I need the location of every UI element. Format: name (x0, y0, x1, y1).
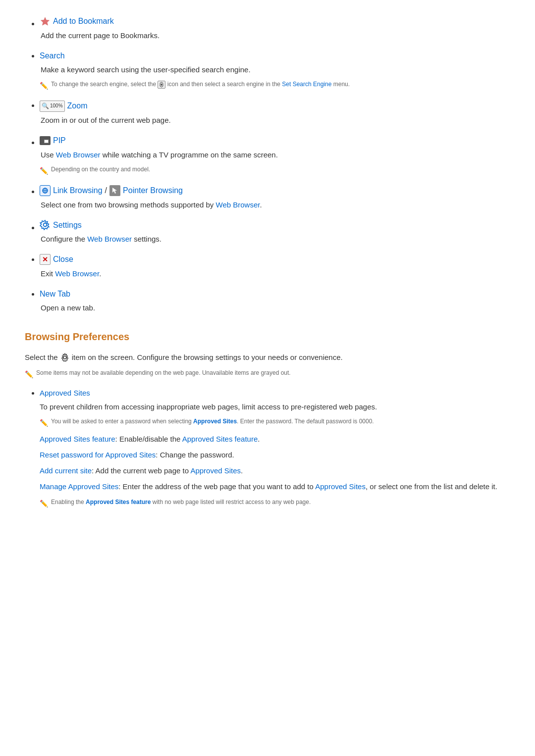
approved-sites-note-link[interactable]: Approved Sites (193, 418, 237, 425)
zoom-percent-label: 100% (50, 102, 63, 110)
pip-icon (40, 136, 51, 145)
new-tab-desc: Open a new tab. (41, 302, 510, 314)
browsing-prefs-section: Browsing Preferences Select the item on … (25, 329, 510, 509)
browsing-prefs-note: ✏️ Some items may not be available depen… (25, 368, 510, 380)
search-note-text: To change the search engine, select the … (51, 80, 350, 89)
close-web-browser-link[interactable]: Web Browser (55, 269, 99, 278)
browsing-mode-title: Link Browsing / Pointer Browsing (40, 184, 510, 197)
pointer-browsing-label[interactable]: Pointer Browsing (123, 184, 183, 197)
list-item-browsing-mode: Link Browsing / Pointer Browsing Select … (40, 184, 510, 211)
browsing-prefs-title: Browsing Preferences (25, 329, 510, 345)
approved-sites-feature-line: Approved Sites feature: Enable/disable t… (40, 433, 510, 445)
settings-label[interactable]: Settings (53, 219, 82, 232)
search-note: ✏️ To change the search engine, select t… (40, 80, 510, 91)
settings-gear-icon (40, 219, 51, 230)
browsing-prefs-list: Approved Sites To prevent children from … (25, 387, 510, 509)
approved-sites-note: ✏️ You will be asked to enter a password… (40, 417, 510, 428)
add-current-approved-link[interactable]: Approved Sites (190, 466, 241, 475)
list-item-new-tab: New Tab Open a new tab. (40, 288, 510, 314)
zoom-desc: Zoom in or out of the current web page. (41, 114, 510, 126)
pip-web-browser-link[interactable]: Web Browser (56, 151, 101, 159)
svg-point-1 (160, 84, 162, 86)
approved-sites-title[interactable]: Approved Sites (40, 387, 510, 399)
pip-pencil-icon: ✏️ (40, 165, 48, 176)
new-tab-title: New Tab (40, 288, 510, 301)
approved-sites-desc: To prevent children from accessing inapp… (40, 401, 510, 413)
reset-password-line: Reset password for Approved Sites: Chang… (40, 449, 510, 461)
bookmark-title: Add to Bookmark (40, 15, 510, 28)
search-label[interactable]: Search (40, 50, 65, 62)
bookmark-label[interactable]: Add to Bookmark (53, 15, 114, 28)
manage-approved-link[interactable]: Manage Approved Sites (40, 482, 118, 491)
settings-desc: Configure the Web Browser settings. (41, 233, 510, 245)
pencil-icon: ✏️ (40, 80, 48, 91)
approved-pencil-icon: ✏️ (40, 417, 48, 428)
final-pencil-icon: ✏️ (40, 498, 48, 509)
bookmark-desc: Add the current page to Bookmarks. (41, 30, 510, 42)
list-item-zoom: 🔍 100% Zoom Zoom in or out of the curren… (40, 100, 510, 126)
list-item-close: ✕ Close Exit Web Browser. (40, 253, 510, 280)
browsing-sep: / (105, 184, 107, 197)
star-icon (40, 16, 51, 27)
list-item-settings: Settings Configure the Web Browser setti… (40, 219, 510, 246)
pip-label[interactable]: PIP (53, 134, 66, 147)
main-feature-list: Add to Bookmark Add the current page to … (25, 15, 510, 314)
browsing-gear-icon (60, 353, 70, 362)
svg-point-7 (44, 223, 47, 227)
approved-sites-feature-final-link[interactable]: Approved Sites feature (86, 499, 151, 505)
pip-note: ✏️ Depending on the country and model. (40, 165, 510, 176)
prefs-pencil-icon: ✏️ (25, 369, 33, 380)
approved-sites-final-note: ✏️ Enabling the Approved Sites feature w… (40, 498, 510, 509)
prefs-note-text: Some items may not be available dependin… (36, 368, 291, 378)
gear-small-icon (158, 81, 165, 89)
close-title: ✕ Close (40, 253, 510, 266)
add-current-site-link[interactable]: Add current site (40, 466, 92, 475)
pip-title: PIP (40, 134, 510, 147)
approved-sites-feature-link[interactable]: Approved Sites feature (40, 435, 115, 443)
reset-password-link[interactable]: Reset password for Approved Sites (40, 451, 156, 459)
add-current-site-line: Add current site: Add the current web pa… (40, 465, 510, 477)
list-item-search: Search Make a keyword search using the u… (40, 50, 510, 92)
pip-note-text: Depending on the country and model. (51, 165, 150, 174)
close-label[interactable]: Close (53, 253, 73, 266)
zoom-icon: 🔍 100% (40, 101, 65, 112)
list-item-pip: PIP Use Web Browser while watching a TV … (40, 134, 510, 176)
svg-marker-0 (41, 17, 50, 25)
settings-title: Settings (40, 219, 510, 232)
close-desc: Exit Web Browser. (41, 268, 510, 280)
approved-sites-final-note-text: Enabling the Approved Sites feature with… (51, 498, 311, 507)
browsing-web-browser-link[interactable]: Web Browser (216, 201, 260, 209)
list-item-approved-sites: Approved Sites To prevent children from … (40, 387, 510, 509)
pointer-browse-icon (109, 185, 120, 196)
pip-desc: Use Web Browser while watching a TV prog… (41, 149, 510, 161)
manage-approved-sites-link2[interactable]: Approved Sites (315, 482, 366, 491)
svg-point-8 (63, 356, 66, 359)
search-title: Search (40, 50, 510, 62)
zoom-title: 🔍 100% Zoom (40, 100, 510, 112)
approved-sites-note-text: You will be asked to enter a password wh… (51, 417, 374, 426)
settings-web-browser-link[interactable]: Web Browser (87, 235, 132, 243)
svg-marker-6 (112, 188, 117, 194)
set-search-engine-link[interactable]: Set Search Engine (282, 81, 331, 88)
link-browsing-label[interactable]: Link Browsing (53, 184, 103, 197)
manage-approved-sites-line: Manage Approved Sites: Enter the address… (40, 481, 510, 493)
link-browse-icon (40, 185, 51, 196)
search-desc: Make a keyword search using the user-spe… (41, 64, 510, 76)
zoom-label[interactable]: Zoom (67, 100, 88, 112)
approved-sites-feature-link2[interactable]: Approved Sites feature (182, 435, 258, 443)
close-x-icon: ✕ (40, 254, 51, 265)
browsing-mode-desc: Select one from two browsing methods sup… (41, 199, 510, 211)
browsing-prefs-intro: Select the item on the screen. Configure… (25, 352, 510, 363)
list-item-bookmark: Add to Bookmark Add the current page to … (40, 15, 510, 42)
new-tab-label[interactable]: New Tab (40, 288, 70, 301)
